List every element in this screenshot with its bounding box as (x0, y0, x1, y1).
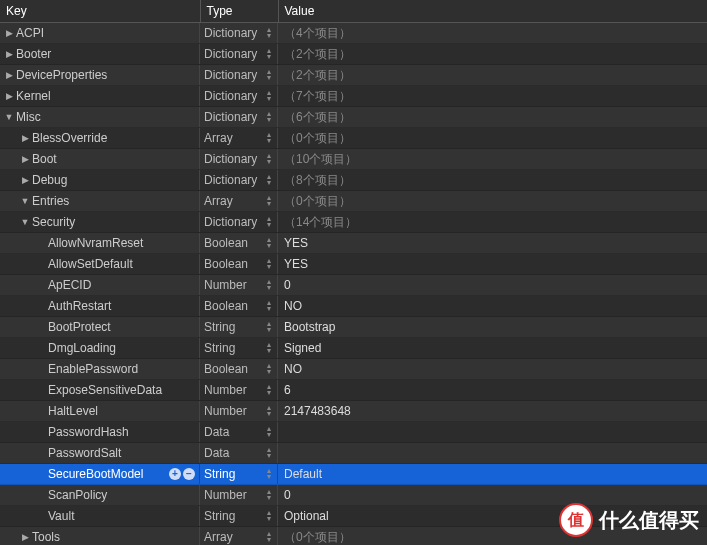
type-stepper-icon[interactable]: ▴▾ (265, 278, 273, 292)
key-cell[interactable]: ▶Tools (0, 527, 200, 545)
value-cell[interactable]: Signed (278, 338, 707, 358)
type-stepper-icon[interactable]: ▴▾ (265, 341, 273, 355)
type-cell[interactable]: Dictionary▴▾ (200, 149, 278, 169)
key-cell[interactable]: ExposeSensitiveData (0, 380, 200, 400)
key-cell[interactable]: ▼Misc (0, 107, 200, 127)
type-cell[interactable]: Array▴▾ (200, 128, 278, 148)
type-cell[interactable]: Data▴▾ (200, 422, 278, 442)
type-cell[interactable]: Boolean▴▾ (200, 359, 278, 379)
value-cell[interactable]: （2个项目） (278, 44, 707, 64)
table-row[interactable]: AllowSetDefaultBoolean▴▾YES (0, 254, 707, 275)
table-row[interactable]: ▶BooterDictionary▴▾（2个项目） (0, 44, 707, 65)
table-row[interactable]: PasswordSaltData▴▾ (0, 443, 707, 464)
key-cell[interactable]: AllowSetDefault (0, 254, 200, 274)
value-cell[interactable] (278, 422, 707, 442)
value-cell[interactable]: （10个项目） (278, 149, 707, 169)
value-cell[interactable]: （0个项目） (278, 128, 707, 148)
key-cell[interactable]: ▶DeviceProperties (0, 65, 200, 85)
key-cell[interactable]: ▶Boot (0, 149, 200, 169)
table-row[interactable]: BootProtectString▴▾Bootstrap (0, 317, 707, 338)
type-cell[interactable]: String▴▾ (200, 464, 278, 484)
type-cell[interactable]: Dictionary▴▾ (200, 86, 278, 106)
type-stepper-icon[interactable]: ▴▾ (265, 257, 273, 271)
disclosure-triangle-open-icon[interactable]: ▼ (20, 212, 30, 232)
plist-outline-view[interactable]: ▶ACPIDictionary▴▾（4个项目）▶BooterDictionary… (0, 23, 707, 545)
key-cell[interactable]: ▶ACPI (0, 23, 200, 43)
type-cell[interactable]: Dictionary▴▾ (200, 65, 278, 85)
value-cell[interactable] (278, 443, 707, 463)
table-row[interactable]: ▼EntriesArray▴▾（0个项目） (0, 191, 707, 212)
key-cell[interactable]: AllowNvramReset (0, 233, 200, 253)
type-stepper-icon[interactable]: ▴▾ (265, 194, 273, 208)
table-row[interactable]: ScanPolicyNumber▴▾0 (0, 485, 707, 506)
key-cell[interactable]: ▼Security (0, 212, 200, 232)
key-cell[interactable]: ▶BlessOverride (0, 128, 200, 148)
value-cell[interactable]: （8个项目） (278, 170, 707, 190)
disclosure-triangle-closed-icon[interactable]: ▶ (4, 23, 14, 43)
type-stepper-icon[interactable]: ▴▾ (265, 89, 273, 103)
type-stepper-icon[interactable]: ▴▾ (265, 509, 273, 523)
table-row[interactable]: AuthRestartBoolean▴▾NO (0, 296, 707, 317)
table-row[interactable]: ▶ACPIDictionary▴▾（4个项目） (0, 23, 707, 44)
table-row[interactable]: AllowNvramResetBoolean▴▾YES (0, 233, 707, 254)
table-row[interactable]: ▶KernelDictionary▴▾（7个项目） (0, 86, 707, 107)
key-cell[interactable]: SecureBootModel+− (0, 464, 200, 484)
type-stepper-icon[interactable]: ▴▾ (265, 446, 273, 460)
table-row[interactable]: ▶BlessOverrideArray▴▾（0个项目） (0, 128, 707, 149)
type-cell[interactable]: Dictionary▴▾ (200, 170, 278, 190)
type-stepper-icon[interactable]: ▴▾ (265, 404, 273, 418)
type-cell[interactable]: Array▴▾ (200, 191, 278, 211)
key-cell[interactable]: ApECID (0, 275, 200, 295)
value-cell[interactable]: （0个项目） (278, 527, 707, 545)
type-cell[interactable]: Data▴▾ (200, 443, 278, 463)
value-cell[interactable]: （14个项目） (278, 212, 707, 232)
key-cell[interactable]: PasswordSalt (0, 443, 200, 463)
table-row[interactable]: ▶DevicePropertiesDictionary▴▾（2个项目） (0, 65, 707, 86)
disclosure-triangle-closed-icon[interactable]: ▶ (4, 44, 14, 64)
disclosure-triangle-closed-icon[interactable]: ▶ (4, 65, 14, 85)
type-cell[interactable]: String▴▾ (200, 338, 278, 358)
column-header-type[interactable]: Type (200, 0, 278, 23)
value-cell[interactable]: NO (278, 296, 707, 316)
value-cell[interactable]: 2147483648 (278, 401, 707, 421)
value-cell[interactable]: YES (278, 254, 707, 274)
value-cell[interactable]: Optional (278, 506, 707, 526)
table-row[interactable]: SecureBootModel+−String▴▾Default (0, 464, 707, 485)
column-header-key[interactable]: Key (0, 0, 200, 23)
type-stepper-icon[interactable]: ▴▾ (265, 215, 273, 229)
type-cell[interactable]: Dictionary▴▾ (200, 107, 278, 127)
disclosure-triangle-open-icon[interactable]: ▼ (20, 191, 30, 211)
table-row[interactable]: ExposeSensitiveDataNumber▴▾6 (0, 380, 707, 401)
key-cell[interactable]: EnablePassword (0, 359, 200, 379)
value-cell[interactable]: Default (278, 464, 707, 484)
key-cell[interactable]: BootProtect (0, 317, 200, 337)
table-row[interactable]: ApECIDNumber▴▾0 (0, 275, 707, 296)
value-cell[interactable]: 0 (278, 485, 707, 505)
column-header-value[interactable]: Value (278, 0, 707, 23)
value-cell[interactable]: （2个项目） (278, 65, 707, 85)
remove-item-button[interactable]: − (183, 468, 195, 480)
table-row[interactable]: HaltLevelNumber▴▾2147483648 (0, 401, 707, 422)
table-row[interactable]: DmgLoadingString▴▾Signed (0, 338, 707, 359)
table-row[interactable]: EnablePasswordBoolean▴▾NO (0, 359, 707, 380)
disclosure-triangle-closed-icon[interactable]: ▶ (4, 86, 14, 106)
key-cell[interactable]: Vault (0, 506, 200, 526)
type-cell[interactable]: String▴▾ (200, 506, 278, 526)
type-cell[interactable]: Number▴▾ (200, 485, 278, 505)
disclosure-triangle-open-icon[interactable]: ▼ (4, 107, 14, 127)
key-cell[interactable]: ▶Booter (0, 44, 200, 64)
type-cell[interactable]: Boolean▴▾ (200, 254, 278, 274)
type-stepper-icon[interactable]: ▴▾ (265, 362, 273, 376)
type-stepper-icon[interactable]: ▴▾ (265, 425, 273, 439)
type-cell[interactable]: Number▴▾ (200, 401, 278, 421)
value-cell[interactable]: （7个项目） (278, 86, 707, 106)
type-stepper-icon[interactable]: ▴▾ (265, 173, 273, 187)
type-stepper-icon[interactable]: ▴▾ (265, 110, 273, 124)
key-cell[interactable]: HaltLevel (0, 401, 200, 421)
type-cell[interactable]: String▴▾ (200, 317, 278, 337)
key-cell[interactable]: ▼Entries (0, 191, 200, 211)
key-cell[interactable]: PasswordHash (0, 422, 200, 442)
type-stepper-icon[interactable]: ▴▾ (265, 530, 273, 544)
table-row[interactable]: ▼MiscDictionary▴▾（6个项目） (0, 107, 707, 128)
disclosure-triangle-closed-icon[interactable]: ▶ (20, 170, 30, 190)
